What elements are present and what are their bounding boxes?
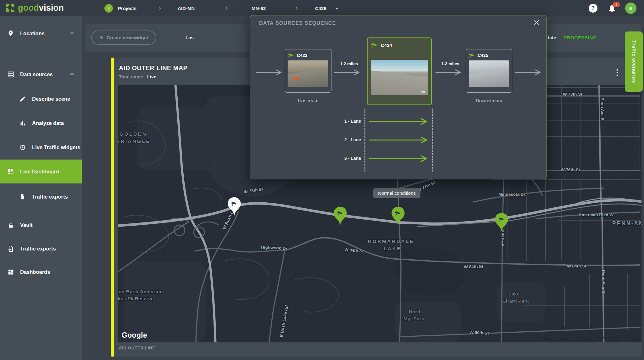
lane-label-2: 2 - Lane — [323, 137, 361, 142]
chevron-right-icon — [157, 6, 162, 11]
sidebar-item-dashboards[interactable]: Dashboards — [0, 263, 82, 280]
camera-marker-active[interactable] — [391, 206, 405, 226]
user-avatar[interactable]: E — [625, 3, 636, 14]
file-export-icon — [7, 245, 14, 252]
sidebar-item-label: Locations — [20, 31, 45, 37]
cctv-camera-icon — [337, 210, 343, 216]
map-label: Myr Park — [403, 316, 424, 321]
map-label: W 84th St — [567, 264, 586, 268]
pencil-icon — [19, 96, 26, 102]
close-icon[interactable]: ✕ — [533, 18, 540, 28]
map-label: PENN-AM — [612, 220, 641, 227]
chevron-up-icon[interactable] — [69, 31, 75, 36]
map-label: GOLDEN — [119, 131, 147, 137]
breadcrumb-item-aid-mn[interactable]: AID-MN — [178, 0, 195, 16]
logo-wordmark: goodvision — [18, 4, 64, 12]
camera-marker-active[interactable] — [494, 212, 509, 232]
map-label: LAKE — [384, 246, 401, 251]
downstream-label: Downstream — [466, 98, 512, 103]
map-label: W 90th St — [469, 330, 489, 335]
widget-menu-button[interactable]: ⋮ — [613, 68, 621, 76]
sidebar-item-label: Describe scene — [32, 96, 70, 102]
sidebar-item-analyze-data[interactable]: Analyze data — [0, 115, 82, 132]
help-button[interactable]: ? — [589, 4, 597, 13]
breadcrumb-item-mn-62[interactable]: MN-62 — [252, 0, 266, 16]
sidebar-item-describe-scene[interactable]: Describe scene — [0, 90, 82, 107]
camera-marker-active[interactable] — [333, 206, 347, 226]
breadcrumb-item-c426[interactable]: C426 — [315, 0, 326, 16]
bar-chart-icon — [19, 120, 26, 127]
breadcrumb-item-projects[interactable]: Projects — [118, 0, 136, 16]
map-label: nd-Bush-Anderson — [119, 289, 163, 295]
notification-badge: 1 — [613, 2, 620, 7]
dashboard-icon — [7, 168, 14, 175]
camera-marker-inactive[interactable] — [227, 197, 242, 216]
sidebar-item-traffic-exports-sub[interactable]: Traffic exports — [0, 188, 82, 205]
sidebar-item-label: Dashboards — [20, 269, 50, 275]
chevron-up-icon[interactable] — [69, 71, 75, 77]
camera-thumbnail — [288, 60, 328, 87]
lane-arrow-icon — [368, 118, 431, 125]
data-sources-sequence-modal: DATA SOURCES SEQUENCE ✕ C423 Upstream 1.… — [250, 15, 547, 179]
grid-icon — [7, 269, 14, 275]
camera-id: C424 — [381, 42, 392, 48]
keyboard-shortcuts-link[interactable]: Keyboard shortcuts — [537, 337, 570, 341]
map-label: Penn Ave S — [601, 270, 606, 293]
camera-card-c425[interactable]: C425 — [466, 49, 512, 93]
camera-id: C425 — [478, 53, 488, 58]
traffic-scenarios-tab[interactable]: Traffic scenarios — [625, 31, 643, 92]
goodvision-logo-icon — [5, 3, 15, 13]
aid-outer-line-link[interactable]: AID OUTER LINE — [119, 346, 155, 350]
distance-label: 1.2 miles — [435, 61, 465, 66]
map-data-copyright: Map data ©2024 Google — [579, 337, 620, 341]
camera-card-c423[interactable]: C423 — [285, 49, 331, 93]
sidebar-item-vault[interactable]: Vault — [0, 217, 82, 233]
widget-accent-bar — [111, 58, 114, 357]
map-label: W 70th St — [563, 92, 582, 97]
app-root: goodvision Projects AID-MN MN-62 C426 ? … — [0, 0, 644, 360]
chevron-right-icon — [224, 6, 229, 11]
lane-boundary-left — [364, 109, 365, 172]
sidebar-item-traffic-exports[interactable]: Traffic exports — [0, 240, 82, 257]
state-row: tate: PROCESSING — [548, 35, 597, 40]
sidebar-item-data-sources[interactable]: Data sources — [0, 66, 82, 83]
cctv-camera-icon — [231, 200, 237, 207]
map-label: Minnesota Dr — [498, 192, 525, 197]
top-header: goodvision Projects AID-MN MN-62 C426 ? … — [0, 0, 644, 16]
create-new-widget-button[interactable]: + Create new widget — [91, 31, 156, 45]
caret-down-icon[interactable] — [334, 6, 340, 12]
sidebar-item-live-traffic-widgets[interactable]: Live Traffic widgets — [0, 139, 82, 156]
camera-thumbnail — [469, 60, 509, 87]
terms-link[interactable]: Terms — [629, 337, 639, 341]
sequence-arrow-icon — [515, 69, 545, 76]
sidebar-item-label: Vault — [20, 222, 32, 228]
sidebar-item-label: Traffic exports — [20, 246, 56, 252]
map-label: American Blvd W — [579, 212, 613, 217]
marker-tooltip: Normal conditions — [373, 188, 420, 198]
lane-label-1: 1 - Lane — [323, 119, 361, 124]
lane-boundary-right — [432, 109, 433, 172]
breadcrumb-back-button[interactable] — [104, 4, 113, 13]
create-widget-label: Create new widget — [107, 35, 148, 40]
sidebar-item-locations[interactable]: Locations — [0, 25, 82, 42]
sidebar-nav: Locations Data sources Describe scene An… — [0, 16, 82, 360]
map-label: Penn Ave S — [600, 98, 605, 121]
goodvision-logo[interactable]: goodvision — [5, 3, 64, 13]
map-attribution: Keyboard shortcuts Map data ©2024 Google… — [537, 337, 639, 341]
lock-icon — [7, 222, 14, 228]
map-label: Girard Park — [502, 298, 529, 304]
map-label: Nord — [409, 309, 420, 314]
sequence-arrow-icon — [256, 69, 286, 76]
thumbnail-corner-label: NE — [421, 90, 426, 94]
camera-id: C423 — [297, 53, 307, 58]
lane-arrow-icon — [368, 155, 431, 162]
chevron-right-icon — [294, 6, 299, 11]
plus-icon: + — [99, 34, 103, 41]
sidebar-item-live-dashboard[interactable]: Live Dashboard — [0, 160, 82, 183]
sidebar-item-label: Traffic exports — [32, 194, 68, 200]
cctv-camera-icon — [395, 210, 401, 216]
google-logo: Google — [122, 331, 147, 340]
sequence-arrow-icon — [334, 69, 364, 76]
camera-card-c424-selected[interactable]: C424 NE — [367, 37, 432, 105]
state-label: tate: — [548, 35, 558, 40]
